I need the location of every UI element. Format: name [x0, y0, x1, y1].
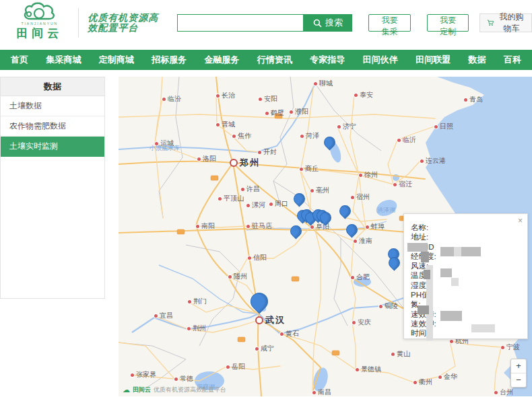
- map-marker-icon[interactable]: [337, 203, 353, 219]
- city-dot-icon: [187, 327, 191, 330]
- city-label: 济宁: [337, 122, 356, 131]
- city-label: 临沂: [397, 135, 416, 145]
- city-dot-icon: [354, 240, 357, 243]
- sidebar-item[interactable]: 农作物需肥数据: [1, 116, 104, 137]
- search-box: 搜索: [177, 14, 352, 32]
- city-label: 亳州: [310, 186, 329, 195]
- nav-item-招标服务[interactable]: 招标服务: [152, 54, 187, 66]
- city-label: 宿迁: [393, 180, 412, 189]
- city-label: 临汾: [162, 94, 181, 104]
- map-marker-icon[interactable]: [247, 289, 272, 314]
- attribution-text: 优质有机资源高效配置平台: [154, 386, 226, 394]
- search-input[interactable]: [177, 14, 303, 32]
- city-dot-icon: [218, 197, 222, 201]
- redacted-value: [418, 305, 429, 314]
- attribution-brand: 田间云: [133, 386, 151, 394]
- city-dot-icon: [241, 188, 244, 191]
- city-label: 周口: [269, 199, 288, 209]
- redacted-value: [424, 270, 430, 279]
- search-button-label: 搜索: [325, 17, 343, 29]
- nav-item-定制商城[interactable]: 定制商城: [99, 54, 134, 66]
- nav-item-集采商城[interactable]: 集采商城: [46, 54, 81, 66]
- nav-item-田间伙伴[interactable]: 田间伙伴: [363, 54, 398, 66]
- city-dot-icon: [379, 305, 383, 308]
- redacted-value: [471, 324, 495, 332]
- redacted-value: [440, 311, 462, 321]
- city-dot-icon: [300, 168, 303, 171]
- close-icon[interactable]: ×: [518, 217, 523, 225]
- city-label: 黄山: [391, 349, 410, 359]
- city-dot-icon: [255, 316, 263, 324]
- city-label: 常德: [174, 374, 193, 384]
- city-dot-icon: [162, 98, 166, 101]
- logo[interactable]: TIANJIANYUN 田间云: [5, 1, 74, 44]
- nav-item-田间联盟[interactable]: 田间联盟: [415, 54, 451, 66]
- city-label: 连云港: [420, 156, 446, 166]
- nav-item-金融服务[interactable]: 金融服务: [205, 54, 240, 66]
- city-label: 宿州: [351, 192, 370, 202]
- nav-item-百科[interactable]: 百科: [504, 54, 521, 66]
- map-marker-icon[interactable]: [291, 190, 307, 207]
- zoom-in-button[interactable]: +: [511, 359, 526, 373]
- map-marker-icon[interactable]: [288, 223, 304, 239]
- city-label: 开封: [258, 147, 277, 157]
- city-label: 泰安: [354, 90, 373, 100]
- city-label: 铜陵: [379, 301, 398, 311]
- city-dot-icon: [352, 321, 356, 324]
- city-dot-icon: [197, 157, 201, 161]
- sidebar-title: 数据: [1, 77, 104, 96]
- sidebar-item[interactable]: 土壤数据: [1, 96, 104, 116]
- city-label: 荆门: [188, 297, 207, 306]
- nav-item-专家指导[interactable]: 专家指导: [310, 54, 345, 66]
- city-dot-icon: [434, 125, 438, 129]
- city-dot-icon: [280, 332, 284, 336]
- city-label: 南昌: [312, 388, 331, 396]
- popup-field-label: 名称:: [411, 223, 527, 232]
- map-marker-icon[interactable]: [321, 134, 337, 150]
- nav-item-行情资讯[interactable]: 行情资讯: [257, 54, 292, 66]
- customize-button[interactable]: 我要定制: [427, 14, 469, 32]
- map-canvas[interactable]: 临汾长治安阳聊城泰安青岛鹤壁濮阳晋城焦作运城菏泽济宁日照临沂开封洛阳商丘连云港徐…: [119, 77, 532, 396]
- zoom-control: + −: [510, 359, 527, 388]
- city-dot-icon: [248, 256, 251, 260]
- city-dot-icon: [290, 110, 293, 114]
- city-dot-icon: [259, 98, 262, 101]
- city-dot-icon: [269, 203, 273, 206]
- city-label: 景德镇: [356, 365, 381, 374]
- city-label: 鹤壁: [265, 108, 284, 118]
- map-marker-icon[interactable]: [343, 221, 360, 238]
- city-dot-icon: [230, 159, 238, 167]
- redacted-value: [451, 278, 459, 286]
- city-label: 南阳: [196, 221, 215, 231]
- search-button[interactable]: 搜索: [303, 14, 352, 32]
- cart-button-label: 我的购物车: [498, 11, 525, 34]
- cloud-logo-icon: [22, 1, 58, 23]
- city-dot-icon: [246, 225, 250, 228]
- city-dot-icon: [438, 375, 442, 379]
- city-label: 商丘: [300, 164, 319, 174]
- city-label: 青岛: [464, 95, 483, 104]
- main-nav: 首页集采商城定制商城招标服务金融服务行情资讯专家指导田间伙伴田间联盟数据百科: [0, 50, 532, 70]
- city-label: 宁波: [501, 342, 520, 352]
- sidebar-item[interactable]: 土壤实时监测: [1, 137, 104, 157]
- city-dot-icon: [337, 125, 341, 129]
- city-dot-icon: [354, 94, 358, 97]
- city-dot-icon: [420, 159, 424, 163]
- nav-item-首页[interactable]: 首页: [11, 54, 28, 66]
- city-label: 漯河: [246, 201, 265, 210]
- nav-item-数据[interactable]: 数据: [469, 54, 486, 66]
- divider: [78, 8, 79, 38]
- cart-button[interactable]: 我的购物车: [479, 13, 532, 32]
- city-dot-icon: [366, 225, 369, 229]
- city-label: 金华: [438, 372, 457, 382]
- collective-purchase-button[interactable]: 我要集采: [368, 14, 411, 32]
- city-dot-icon: [351, 276, 354, 279]
- city-label: 信阳: [248, 253, 267, 262]
- cart-icon: [487, 18, 494, 28]
- zoom-out-button[interactable]: −: [511, 373, 526, 387]
- city-dot-icon: [314, 82, 317, 85]
- city-dot-icon: [391, 353, 395, 356]
- city-dot-icon: [450, 340, 453, 343]
- city-label: 蚌埠: [366, 222, 385, 231]
- city-label: 衢州: [413, 377, 432, 387]
